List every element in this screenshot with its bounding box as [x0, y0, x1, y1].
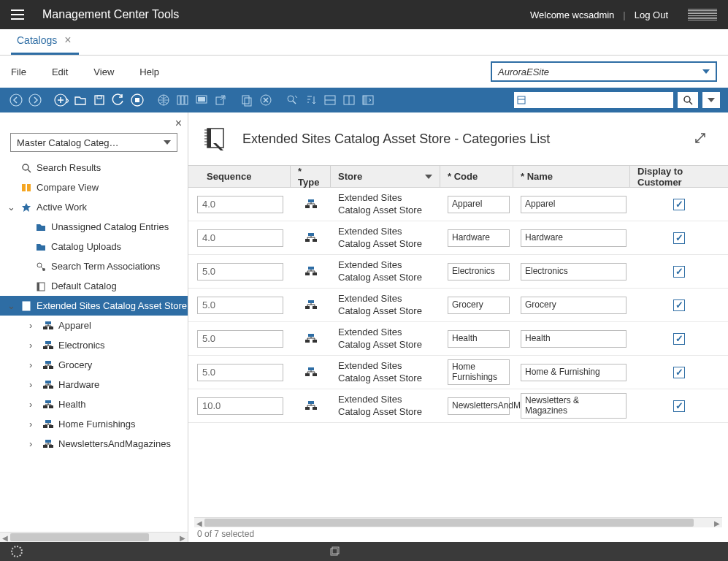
name-input[interactable]: Newsletters & Magazines: [521, 393, 627, 418]
tree-item[interactable]: Default Catalog: [0, 276, 188, 296]
tree-item[interactable]: ›Hardware: [0, 375, 188, 394]
code-input[interactable]: Grocery: [448, 297, 510, 314]
search-options-button[interactable]: [702, 91, 721, 109]
tree-item[interactable]: ›Home Furnishings: [0, 414, 188, 434]
table-row[interactable]: 5.0Extended Sites Catalog Asset StoreHom…: [188, 356, 728, 389]
open-icon[interactable]: [72, 91, 89, 109]
sequence-input[interactable]: 4.0: [197, 229, 283, 247]
popout-icon[interactable]: [212, 91, 229, 109]
col-sequence[interactable]: Sequence: [188, 166, 291, 187]
tab-catalogs[interactable]: Catalogs ×: [11, 28, 79, 55]
tree-item[interactable]: Compare View: [0, 178, 188, 197]
menu-help[interactable]: Help: [139, 66, 159, 77]
table-row[interactable]: 10.0Extended Sites Catalog Asset StoreNe…: [188, 389, 728, 423]
store-selector[interactable]: AuroraESite: [491, 61, 717, 82]
menu-icon[interactable]: [11, 9, 24, 20]
tree-item[interactable]: ›Electronics: [0, 335, 188, 355]
search-input[interactable]: [529, 95, 673, 105]
display-checkbox[interactable]: ✓: [673, 199, 685, 210]
menu-file[interactable]: File: [11, 66, 26, 77]
close-icon[interactable]: ×: [64, 34, 71, 47]
tree-item[interactable]: Search Term Associations: [0, 256, 188, 276]
col-store[interactable]: Store: [331, 166, 440, 187]
scroll-thumb[interactable]: [10, 533, 149, 541]
tree-item[interactable]: ›Apparel: [0, 316, 188, 335]
scroll-thumb[interactable]: [204, 519, 694, 527]
col-display[interactable]: Display to Customer: [630, 166, 728, 187]
tree-item[interactable]: Catalog Uploads: [0, 237, 188, 256]
expand-icon[interactable]: ›: [29, 438, 38, 449]
table-row[interactable]: 4.0Extended Sites Catalog Asset StoreApp…: [188, 188, 728, 221]
table-row[interactable]: 5.0Extended Sites Catalog Asset StoreEle…: [188, 255, 728, 289]
scroll-right-icon[interactable]: ▶: [177, 533, 188, 543]
forward-icon[interactable]: [26, 91, 44, 109]
sequence-input[interactable]: 5.0: [197, 297, 283, 314]
split-v-icon[interactable]: [340, 91, 358, 109]
name-input[interactable]: Grocery: [521, 297, 627, 314]
code-input[interactable]: Electronics: [448, 263, 510, 280]
display-checkbox[interactable]: ✓: [673, 232, 685, 244]
tree-item[interactable]: Unassigned Catalog Entries: [0, 217, 188, 237]
code-input[interactable]: Apparel: [448, 196, 510, 213]
sequence-input[interactable]: 4.0: [197, 196, 283, 213]
sequence-input[interactable]: 5.0: [197, 263, 283, 280]
sort-icon[interactable]: [302, 91, 320, 109]
copy-icon[interactable]: [238, 91, 256, 109]
table-row[interactable]: 5.0Extended Sites Catalog Asset StoreGro…: [188, 289, 728, 322]
delete-icon[interactable]: [257, 91, 275, 109]
back-icon[interactable]: [7, 91, 25, 109]
save-icon[interactable]: [91, 91, 108, 109]
expand-icon[interactable]: ›: [29, 379, 38, 390]
tree-item[interactable]: ⌄Active Work: [0, 197, 188, 217]
code-input[interactable]: Home Furnishings: [448, 359, 510, 384]
menu-edit[interactable]: Edit: [52, 66, 68, 77]
name-input[interactable]: Home & Furnishing: [521, 364, 627, 381]
col-code[interactable]: * Code: [440, 166, 513, 187]
search-button[interactable]: [677, 91, 699, 109]
code-input[interactable]: NewslettersAndMagazines: [448, 397, 510, 415]
screen-icon[interactable]: [193, 91, 210, 109]
sequence-input[interactable]: 5.0: [197, 330, 283, 348]
toolbar-search[interactable]: [513, 91, 674, 109]
display-checkbox[interactable]: ✓: [673, 299, 685, 311]
expand-icon[interactable]: ›: [29, 340, 38, 351]
col-type[interactable]: * Type: [291, 166, 331, 187]
sidebar-close-icon[interactable]: ×: [175, 117, 182, 130]
table-scrollbar[interactable]: ◀ ▶: [194, 517, 722, 527]
restore-icon[interactable]: [329, 546, 340, 558]
display-checkbox[interactable]: ✓: [673, 266, 685, 278]
scroll-left-icon[interactable]: ◀: [0, 533, 10, 543]
sidebar-scrollbar[interactable]: ◀ ▶: [0, 532, 188, 542]
collapse-icon[interactable]: ⌄: [7, 202, 16, 213]
refresh-icon[interactable]: [110, 91, 127, 109]
name-input[interactable]: Hardware: [521, 229, 627, 247]
display-checkbox[interactable]: ✓: [673, 400, 685, 412]
tree-item[interactable]: ›NewslettersAndMagazines: [0, 434, 188, 454]
expand-icon[interactable]: ›: [29, 320, 38, 331]
logout-link[interactable]: Log Out: [635, 9, 668, 20]
name-input[interactable]: Apparel: [521, 196, 627, 213]
expand-icon[interactable]: ›: [29, 419, 38, 430]
sequence-input[interactable]: 10.0: [197, 397, 283, 415]
panel-icon[interactable]: [359, 91, 377, 109]
expand-icon[interactable]: ›: [29, 359, 38, 370]
display-checkbox[interactable]: ✓: [673, 333, 685, 345]
name-input[interactable]: Electronics: [521, 263, 627, 280]
catalog-selector[interactable]: Master Catalog Categ…: [10, 133, 177, 152]
name-input[interactable]: Health: [521, 330, 627, 348]
tree-item[interactable]: Search Results: [0, 158, 188, 178]
new-icon[interactable]: [53, 91, 70, 109]
tree-item[interactable]: ›Grocery: [0, 355, 188, 375]
code-input[interactable]: Health: [448, 330, 510, 348]
columns-icon[interactable]: [174, 91, 191, 109]
globe-icon[interactable]: [155, 91, 172, 109]
scroll-right-icon[interactable]: ▶: [712, 518, 722, 528]
split-h-icon[interactable]: [321, 91, 339, 109]
find-icon[interactable]: [283, 91, 301, 109]
tree-item[interactable]: ›Health: [0, 394, 188, 414]
scroll-left-icon[interactable]: ◀: [194, 518, 204, 528]
stop-icon[interactable]: [129, 91, 146, 109]
table-row[interactable]: 4.0Extended Sites Catalog Asset StoreHar…: [188, 221, 728, 255]
expand-icon[interactable]: [694, 132, 706, 146]
menu-view[interactable]: View: [93, 66, 114, 77]
